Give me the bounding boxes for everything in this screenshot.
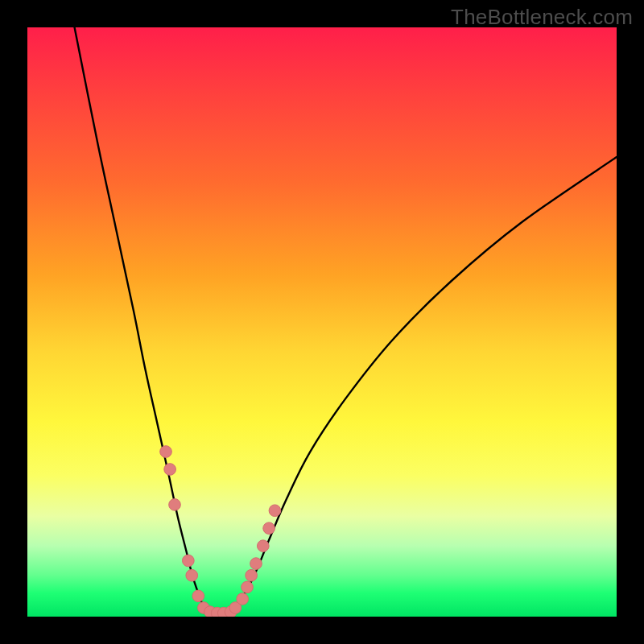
plot-background	[27, 27, 617, 617]
watermark-label: TheBottleneck.com	[451, 5, 633, 30]
chart-frame: TheBottleneck.com	[0, 0, 644, 644]
